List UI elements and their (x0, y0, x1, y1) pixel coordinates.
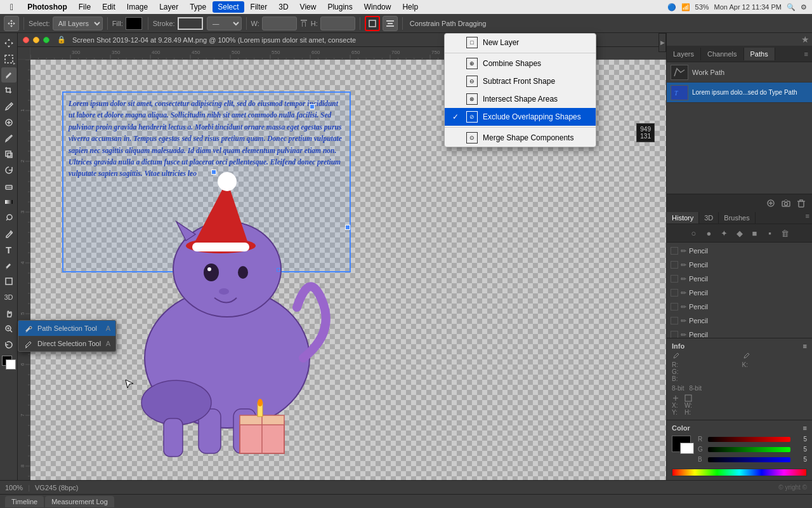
width-input[interactable] (262, 17, 297, 30)
fill-swatch[interactable] (126, 17, 142, 30)
tool-crop[interactable] (1, 83, 16, 98)
tab-minimize-btn[interactable] (33, 37, 39, 43)
menu-window[interactable]: Window (359, 1, 396, 13)
tool-brush[interactable] (1, 131, 16, 146)
tool-shape[interactable] (1, 274, 16, 289)
menu-3d[interactable]: 3D (273, 1, 293, 13)
tool-select-rect[interactable]: ▸ (1, 51, 16, 67)
background-color[interactable] (6, 359, 16, 370)
path-anchor-1[interactable] (310, 104, 315, 109)
trash-btn[interactable] (794, 196, 808, 210)
menu-view[interactable]: View (295, 1, 322, 13)
tool-text[interactable]: T (1, 242, 16, 257)
tool-zoom[interactable] (1, 321, 16, 337)
history-circle-fill[interactable]: ● (702, 226, 716, 240)
history-pencil-6[interactable]: ✏ Pencil (667, 314, 812, 328)
info-menu-btn[interactable]: ≡ (803, 342, 807, 350)
menu-image[interactable]: Image (122, 1, 153, 13)
history-pencil-7[interactable]: ✏ Pencil (667, 328, 812, 338)
menu-help[interactable]: Help (397, 1, 423, 13)
menu-merge-components[interactable]: ⊙ Merge Shape Components (445, 129, 596, 147)
color-spectrum[interactable] (672, 469, 807, 476)
menu-exclude-overlapping[interactable]: ✓ ⊘ Exclude Overlapping Shapes (445, 108, 596, 126)
apple-menu[interactable]:  (5, 1, 18, 13)
history-pencil-2[interactable]: ✏ Pencil (667, 258, 812, 272)
history-pencil-4[interactable]: ✏ Pencil (667, 286, 812, 300)
move-tool-icon[interactable] (4, 16, 19, 31)
search-icon[interactable]: 🔍 (787, 3, 796, 11)
history-pencil-1[interactable]: ✏ Pencil (667, 244, 812, 258)
menu-intersect[interactable]: ⊗ Intersect Shape Areas (445, 90, 596, 108)
color-bg-swatch[interactable] (680, 443, 694, 454)
popup-path-selection[interactable]: Path Selection Tool A (18, 321, 115, 336)
path-anchor-2[interactable] (211, 170, 216, 175)
color-menu-btn[interactable]: ≡ (803, 424, 807, 432)
color-b-slider[interactable] (708, 457, 790, 462)
canvas-document[interactable]: Lorem ipsum dolor sit amet, consectetur … (56, 85, 500, 466)
stroke-size-select[interactable]: — (207, 17, 242, 30)
history-rounded-square[interactable]: ▪ (763, 226, 777, 240)
camera-btn[interactable] (779, 196, 793, 210)
sub-tab-brushes[interactable]: Brushes (719, 212, 755, 224)
tool-path-selection[interactable] (1, 67, 16, 83)
tool-eyedropper[interactable] (1, 99, 16, 114)
tool-path-selection-2[interactable] (1, 258, 16, 273)
menu-file[interactable]: File (74, 1, 96, 13)
menu-filter[interactable]: Filter (246, 1, 273, 13)
tool-3d[interactable]: 3D (1, 290, 16, 305)
tool-eraser[interactable] (1, 178, 16, 194)
tool-dodge[interactable] (1, 210, 16, 225)
menu-combine-shapes[interactable]: ⊕ Combine Shapes (445, 55, 596, 72)
panel-bookmark-btn[interactable]: ★ (801, 34, 809, 44)
tab-measurement-log[interactable]: Measurement Log (45, 496, 114, 507)
color-r-slider[interactable] (708, 437, 790, 442)
sub-tab-history[interactable]: History (667, 212, 699, 224)
history-trash[interactable]: 🗑 (778, 226, 792, 240)
tool-move[interactable] (1, 36, 16, 51)
path-mode-button[interactable] (365, 16, 380, 31)
path-item-type[interactable]: T Lorem ipsum dolo...sed do Type Path (667, 83, 812, 103)
tool-gradient[interactable] (1, 194, 16, 210)
history-star[interactable]: ✦ (717, 226, 731, 240)
menu-plugins[interactable]: Plugins (322, 1, 357, 13)
menu-new-layer[interactable]: □ New Layer (445, 34, 596, 51)
history-diamond[interactable]: ◆ (733, 226, 747, 240)
tab-timeline[interactable]: Timeline (5, 496, 44, 507)
tool-heal[interactable] (1, 115, 16, 130)
sub-panel-menu-btn[interactable]: ≡ (803, 212, 812, 224)
history-square[interactable]: ■ (748, 226, 762, 240)
history-circle-empty[interactable]: ○ (687, 226, 701, 240)
tab-close-btn[interactable] (23, 37, 29, 43)
color-g-slider[interactable] (708, 447, 790, 452)
panel-collapse-btn[interactable]: ▶ (658, 33, 666, 52)
tool-rotate[interactable] (1, 337, 16, 352)
panel-menu-btn[interactable]: ≡ (801, 50, 812, 58)
history-pencil-3[interactable]: ✏ Pencil (667, 272, 812, 286)
all-layers-select[interactable]: All Layers (53, 17, 103, 30)
control-center-icon[interactable]: ⚙ (801, 3, 807, 11)
tool-hand[interactable] (1, 305, 16, 321)
add-mask-btn[interactable] (764, 196, 778, 210)
path-anchor-3[interactable] (345, 225, 350, 230)
menu-subtract-front[interactable]: ⊖ Subtract Front Shape (445, 72, 596, 90)
popup-direct-selection[interactable]: Direct Selection Tool A (18, 336, 115, 351)
menu-select[interactable]: Select (213, 1, 244, 13)
stroke-swatch[interactable] (178, 17, 203, 30)
tab-paths[interactable]: Paths (744, 48, 775, 60)
sub-tab-3d[interactable]: 3D (699, 212, 719, 224)
tool-history-brush[interactable] (1, 163, 16, 178)
menu-type[interactable]: Type (185, 1, 211, 13)
history-pencil-5[interactable]: ✏ Pencil (667, 300, 812, 314)
path-align-button[interactable] (383, 16, 398, 31)
menu-edit[interactable]: Edit (97, 1, 121, 13)
path-anchor-4[interactable] (277, 268, 280, 272)
color-fg-swatch[interactable] (672, 436, 691, 452)
height-input[interactable] (320, 17, 355, 30)
tool-pen[interactable] (1, 226, 16, 241)
tab-channels[interactable]: Channels (701, 48, 743, 60)
menu-layer[interactable]: Layer (154, 1, 183, 13)
tab-layers[interactable]: Layers (667, 48, 701, 60)
path-item-work[interactable]: Work Path (667, 62, 812, 83)
tab-expand-btn[interactable] (43, 37, 49, 43)
tool-clone[interactable] (1, 147, 16, 162)
